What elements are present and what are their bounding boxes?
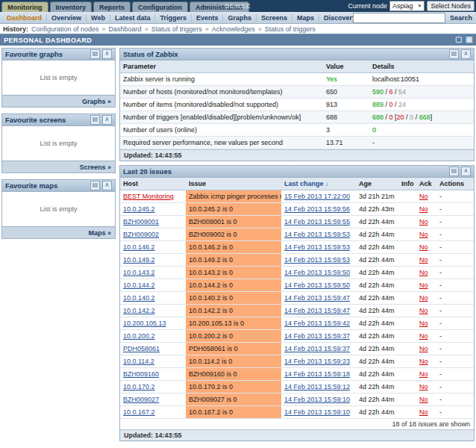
host-link[interactable]: BEST Monitoring: [123, 193, 174, 200]
select-nodes-button[interactable]: Select Nodes: [427, 1, 475, 11]
ack-link[interactable]: No: [419, 370, 428, 378]
host-link[interactable]: PDH058061: [123, 345, 160, 352]
ack-link[interactable]: No: [419, 243, 428, 251]
last-change-link[interactable]: 14 Feb 2013 15:59:53: [284, 243, 350, 251]
widget-menu-icon[interactable]: ▤: [90, 49, 100, 59]
host-link[interactable]: 10.0.114.2: [123, 358, 154, 365]
widget-collapse-icon[interactable]: ∧: [102, 115, 112, 125]
tab-inventory[interactable]: Inventory: [50, 1, 93, 12]
last-change-link[interactable]: 14 Feb 2013 15:59:23: [284, 358, 350, 365]
widget-menu-icon[interactable]: ▤: [90, 181, 100, 190]
host-cell: BZH009001: [120, 216, 186, 228]
details-cell: localhost:10051: [369, 73, 474, 86]
tab-configuration[interactable]: Configuration: [132, 1, 188, 12]
host-link[interactable]: BZH009001: [123, 218, 159, 225]
ack-link[interactable]: No: [419, 281, 428, 289]
ack-link[interactable]: No: [419, 294, 428, 302]
last-change-link[interactable]: 14 Feb 2013 15:59:47: [284, 294, 350, 302]
tab-administration[interactable]: Administration: [190, 1, 249, 12]
ack-link[interactable]: No: [419, 408, 428, 416]
host-link[interactable]: BZH009027: [123, 396, 159, 403]
host-link[interactable]: BZH009160: [123, 370, 159, 378]
history-link-acknowledges[interactable]: Acknowledges: [212, 25, 255, 33]
last-change-link[interactable]: 14 Feb 2013 15:59:10: [284, 396, 350, 403]
last-change-link[interactable]: 14 Feb 2013 15:59:50: [284, 281, 350, 289]
host-link[interactable]: 10.0.146.2: [123, 243, 155, 251]
ack-link[interactable]: No: [419, 231, 428, 238]
last-change-link[interactable]: 15 Feb 2013 17:22:00: [284, 193, 350, 200]
maps-link[interactable]: Maps »: [88, 229, 111, 237]
ack-link[interactable]: No: [419, 358, 428, 365]
last-change-link[interactable]: 14 Feb 2013 15:59:55: [284, 218, 350, 225]
subnav-item-maps[interactable]: Maps: [292, 14, 319, 22]
last-change-link[interactable]: 14 Feb 2013 15:59:18: [284, 370, 350, 378]
subnav-item-web[interactable]: Web: [87, 14, 110, 22]
actions-cell: -: [436, 216, 474, 228]
last-change-link[interactable]: 14 Feb 2013 15:59:53: [284, 231, 350, 238]
ack-link[interactable]: No: [419, 383, 428, 391]
screens-link[interactable]: Screens »: [79, 164, 111, 171]
ack-link[interactable]: No: [419, 320, 428, 327]
subnav-item-overview[interactable]: Overview: [47, 14, 87, 22]
host-link[interactable]: 10.0.142.2: [123, 307, 155, 314]
ack-link[interactable]: No: [419, 256, 428, 264]
host-link[interactable]: 10.0.200.2: [123, 332, 155, 340]
ack-link[interactable]: No: [419, 193, 428, 200]
history-link-status-of-triggers[interactable]: Status of triggers: [151, 25, 202, 33]
search-button[interactable]: Search: [448, 14, 475, 22]
column-last-change[interactable]: Last change ↓: [281, 178, 356, 190]
history-link-status-of-triggers[interactable]: Status of triggers: [265, 25, 316, 33]
host-link[interactable]: 10.0.149.2: [123, 256, 155, 264]
last-change-link[interactable]: 14 Feb 2013 15:59:10: [284, 408, 350, 416]
subnav-item-dashboard[interactable]: Dashboard: [2, 14, 47, 22]
history-link-dashboard[interactable]: Dashboard: [109, 25, 142, 33]
ack-link[interactable]: No: [419, 396, 428, 403]
host-link[interactable]: 10.200.105.13: [123, 320, 166, 327]
current-node-select[interactable]: Aspiag ▼: [389, 1, 425, 11]
host-link[interactable]: 10.0.245.2: [123, 205, 155, 213]
ack-link[interactable]: No: [419, 332, 428, 340]
graphs-link[interactable]: Graphs »: [82, 98, 111, 105]
widget-menu-icon[interactable]: ▤: [449, 49, 459, 59]
last-change-link[interactable]: 14 Feb 2013 15:59:37: [284, 332, 350, 340]
last-change-link[interactable]: 14 Feb 2013 15:59:53: [284, 256, 350, 264]
tab-monitoring[interactable]: Monitoring: [1, 1, 48, 12]
subnav-item-triggers[interactable]: Triggers: [155, 14, 192, 22]
last-change-link[interactable]: 14 Feb 2013 15:59:12: [284, 383, 350, 391]
last-change-link[interactable]: 14 Feb 2013 15:59:47: [284, 307, 350, 314]
widget-menu-icon[interactable]: ▤: [90, 115, 100, 125]
last-change-cell: 14 Feb 2013 15:59:12: [281, 381, 356, 393]
info-cell: [398, 203, 416, 216]
last-change-link[interactable]: 14 Feb 2013 15:59:50: [284, 269, 350, 276]
ack-link[interactable]: No: [419, 345, 428, 352]
subnav-item-screens[interactable]: Screens: [257, 14, 292, 22]
subnav-item-latest-data[interactable]: Latest data: [110, 14, 156, 22]
fullscreen-icon[interactable]: ▣: [465, 35, 474, 44]
tab-reports[interactable]: Reports: [93, 1, 131, 12]
subnav-item-events[interactable]: Events: [192, 14, 224, 22]
ack-link[interactable]: No: [419, 205, 428, 213]
expand-icon[interactable]: ▢: [454, 35, 463, 44]
ack-link[interactable]: No: [419, 218, 428, 225]
widget-menu-icon[interactable]: ▤: [449, 167, 459, 176]
host-link[interactable]: 10.0.143.2: [123, 269, 155, 276]
widget-collapse-icon[interactable]: ∧: [461, 49, 471, 59]
last-change-link[interactable]: 14 Feb 2013 15:59:37: [284, 345, 350, 352]
widget-collapse-icon[interactable]: ∧: [102, 181, 112, 190]
widget-collapse-icon[interactable]: ∧: [461, 167, 471, 176]
chevron-down-icon: ▼: [418, 2, 422, 10]
host-link[interactable]: 10.0.170.2: [123, 383, 155, 391]
history-link-configuration-of-nodes[interactable]: Configuration of nodes: [31, 25, 99, 33]
last-change-link[interactable]: 14 Feb 2013 15:59:42: [284, 320, 350, 327]
subnav-item-graphs[interactable]: Graphs: [223, 14, 257, 22]
ack-link[interactable]: No: [419, 269, 428, 276]
last-change-link[interactable]: 14 Feb 2013 15:59:56: [284, 205, 350, 213]
ack-link[interactable]: No: [419, 307, 428, 314]
ack-cell: No: [416, 330, 436, 343]
host-link[interactable]: BZH009002: [123, 231, 159, 238]
search-input[interactable]: [353, 13, 445, 23]
host-link[interactable]: 10.0.144.2: [123, 281, 155, 289]
widget-collapse-icon[interactable]: ∧: [102, 49, 112, 59]
host-link[interactable]: 10.0.167.2: [123, 408, 155, 416]
host-link[interactable]: 10.0.140.2: [123, 294, 155, 302]
